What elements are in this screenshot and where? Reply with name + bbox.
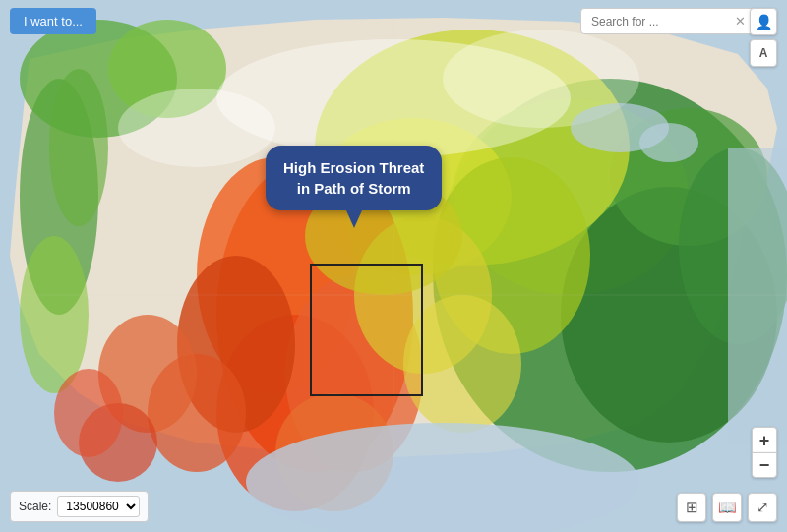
svg-point-27 — [54, 369, 123, 457]
callout-line1: High Erosion Threat — [283, 159, 424, 176]
scale-label: Scale: — [19, 500, 51, 513]
zoom-out-button[interactable]: − — [752, 452, 777, 478]
user-icon: 👤 — [756, 14, 772, 30]
search-bar[interactable]: ✕ ⌕ — [580, 8, 777, 34]
callout-bubble: High Erosion Threat in Path of Storm — [266, 146, 442, 210]
book-icon: 📖 — [718, 499, 737, 516]
zoom-controls: + − — [752, 427, 777, 478]
callout-line2: in Path of Storm — [297, 180, 411, 197]
svg-point-34 — [639, 123, 698, 162]
scale-bar: Scale: 13500860 — [10, 491, 149, 522]
user-location-button[interactable]: 👤 — [750, 8, 777, 35]
map-background — [0, 0, 787, 532]
clear-search-icon[interactable]: ✕ — [735, 14, 746, 29]
search-input[interactable] — [591, 15, 729, 29]
compass-icon: A — [759, 46, 768, 60]
bottom-controls: ⊞ 📖 ⤢ — [677, 493, 777, 522]
svg-point-29 — [118, 89, 275, 167]
fullscreen-icon: ⤢ — [757, 499, 769, 516]
svg-point-19 — [20, 236, 89, 393]
map-controls: 👤 A — [750, 8, 777, 67]
callout-tooltip: High Erosion Threat in Path of Storm — [266, 146, 442, 210]
zoom-in-button[interactable]: + — [752, 427, 777, 452]
grid-icon: ⊞ — [686, 499, 698, 516]
compass-button[interactable]: A — [750, 39, 777, 67]
legend-button[interactable]: 📖 — [712, 493, 742, 522]
grid-view-button[interactable]: ⊞ — [677, 493, 706, 522]
svg-point-24 — [403, 295, 521, 433]
i-want-button[interactable]: I want to... — [10, 8, 96, 34]
fullscreen-button[interactable]: ⤢ — [748, 493, 777, 522]
map-container[interactable]: High Erosion Threat in Path of Storm I w… — [0, 0, 787, 532]
scale-select[interactable]: 13500860 — [57, 496, 140, 517]
